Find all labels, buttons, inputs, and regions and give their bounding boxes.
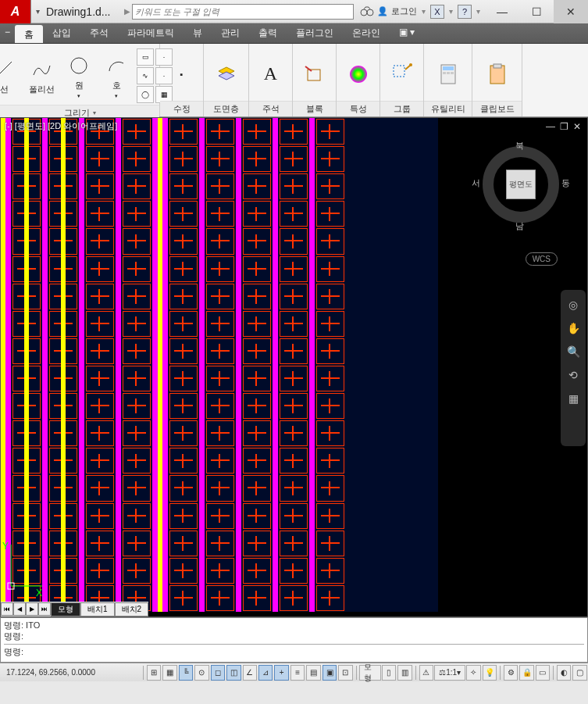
drawing-viewport[interactable]: [-] [평면도] [2D 와이어프레임] — ❐ ✕ 평면도 북 남 서 동 … (0, 117, 588, 617)
qat-dropdown-icon[interactable]: ▾ (36, 7, 40, 16)
svg-point-5 (350, 66, 367, 83)
user-icon[interactable]: 👤 (377, 6, 388, 16)
layout-next-icon[interactable]: ▶ (26, 602, 38, 616)
panel-layer: 도면층 (204, 44, 249, 116)
search-input[interactable] (132, 4, 354, 20)
quickview-drawing-icon[interactable]: ▥ (397, 665, 412, 681)
nav-pan-icon[interactable]: ✋ (565, 320, 582, 337)
annoscale-icon[interactable]: ⚠ (419, 665, 433, 681)
tab-parametric[interactable]: 파라메트릭 (118, 23, 184, 43)
tab-output[interactable]: 출력 (249, 23, 287, 43)
login-dropdown-icon[interactable]: ▾ (420, 7, 427, 16)
svg-point-0 (361, 9, 367, 16)
maximize-button[interactable]: ☐ (519, 0, 554, 23)
command-line[interactable]: 명령: ITO 명령: 명령: (0, 617, 588, 663)
polar-button[interactable]: ⊙ (194, 665, 208, 681)
modify-button[interactable]: ▪ (165, 62, 199, 87)
layer-button[interactable] (209, 62, 244, 87)
rect-icon[interactable]: ▭ (137, 48, 154, 66)
block-button[interactable] (298, 62, 332, 87)
svg-point-7 (409, 63, 412, 66)
tab-insert[interactable]: 삽입 (43, 23, 80, 43)
panel-annot: A 주석 (249, 44, 293, 116)
ucs-icon[interactable]: X Y (5, 541, 44, 595)
snap-button[interactable]: ⊞ (147, 665, 161, 681)
command-prompt[interactable]: 명령: (4, 644, 584, 657)
help-button[interactable]: ? (458, 5, 472, 19)
tab-online[interactable]: 온라인 (343, 23, 390, 43)
svg-rect-4 (308, 70, 320, 80)
annovisibility-icon[interactable]: ✧ (466, 665, 480, 681)
arc-button[interactable]: 호▾ (99, 53, 134, 99)
viewport-close-icon[interactable]: ✕ (573, 121, 581, 132)
clipboard-button[interactable] (480, 62, 515, 87)
properties-button[interactable] (341, 62, 376, 87)
coordinates-readout[interactable]: 17.1224, 69.2566, 0.0000 (0, 668, 141, 677)
nav-orbit-icon[interactable]: ⟲ (565, 366, 582, 384)
tab-plugins[interactable]: 플러그인 (287, 23, 343, 43)
layout-prev-icon[interactable]: ◀ (13, 602, 26, 616)
otrack-button[interactable]: ∠ (243, 665, 257, 681)
grid-button[interactable]: ▦ (162, 665, 176, 681)
group-button[interactable] (385, 62, 419, 87)
selection-cycling-button[interactable]: ⊡ (338, 665, 352, 681)
utility-button[interactable] (431, 62, 465, 87)
viewcube-face[interactable]: 평면도 (506, 170, 536, 199)
tab-collapse-icon[interactable]: − (0, 23, 15, 43)
tab-extra-icon[interactable]: ▣ ▾ (390, 23, 424, 43)
title-dropdown-icon[interactable]: ▶ (123, 7, 132, 16)
ortho-button[interactable]: ╚ (179, 665, 193, 681)
viewport-label[interactable]: [-] [평면도] [2D 와이어프레임] (5, 120, 117, 132)
tab-manage[interactable]: 관리 (212, 23, 249, 43)
tab-view[interactable]: 뷰 (184, 23, 212, 43)
osnap-button[interactable]: ◻ (211, 665, 225, 681)
command-history-1: 명령: ITO (4, 620, 584, 631)
layout-tab-model[interactable]: 모형 (51, 602, 80, 616)
command-history-2: 명령: (4, 631, 584, 641)
layout-first-icon[interactable]: ⏮ (1, 602, 13, 616)
quickview-layout-icon[interactable]: ▯ (382, 665, 396, 681)
wcs-badge[interactable]: WCS (526, 252, 558, 266)
toolbar-lock-icon[interactable]: 🔒 (519, 665, 533, 681)
isolateobjects-icon[interactable]: ◐ (557, 665, 571, 681)
tab-home[interactable]: 홈 (15, 25, 43, 43)
model-space-button[interactable]: 모형 (359, 665, 381, 681)
dynamic-input-button[interactable]: + (274, 665, 288, 681)
panel-util: 유틸리티 (424, 44, 472, 116)
layout-tab-layout2[interactable]: 배치2 (115, 602, 149, 616)
line-button[interactable]: 선 (0, 57, 21, 95)
nav-showmotion-icon[interactable]: ▦ (565, 390, 582, 407)
tab-annotate[interactable]: 주석 (80, 23, 118, 43)
svg-line-2 (0, 62, 12, 77)
quickprops-button[interactable]: ▣ (323, 665, 337, 681)
viewport-minimize-icon[interactable]: — (546, 121, 555, 132)
login-label[interactable]: 로그인 (391, 5, 417, 17)
binoculars-icon[interactable] (360, 5, 374, 19)
text-button[interactable]: A (254, 62, 288, 87)
workspace-icon[interactable]: ⚙ (504, 665, 518, 681)
annoautoscale-icon[interactable]: 💡 (483, 665, 497, 681)
nav-wheel-icon[interactable]: ◎ (565, 296, 582, 313)
minimize-button[interactable]: — (485, 0, 519, 23)
svg-point-3 (71, 58, 87, 73)
transparency-button[interactable]: ▤ (306, 665, 320, 681)
app-icon[interactable]: A (0, 0, 31, 23)
lineweight-button[interactable]: ≡ (290, 665, 305, 681)
quick-access-toolbar: ▾ (31, 7, 45, 16)
scale-button[interactable]: ⚖ 1:1 ▾ (434, 665, 465, 681)
cleanscreen-icon[interactable]: ▢ (572, 665, 586, 681)
ducs-button[interactable]: ⊿ (258, 665, 273, 681)
polyline-button[interactable]: 폴리선 (24, 57, 59, 95)
viewport-restore-icon[interactable]: ❐ (560, 121, 568, 132)
viewcube[interactable]: 평면도 북 남 서 동 (478, 141, 564, 227)
nav-zoom-icon[interactable]: 🔍 (565, 343, 582, 360)
layout-last-icon[interactable]: ⏭ (38, 602, 51, 616)
close-button[interactable]: ✕ (554, 0, 588, 23)
layout-tab-layout1[interactable]: 배치1 (80, 602, 115, 616)
3dosnap-button[interactable]: ◫ (226, 665, 241, 681)
ellipse-icon[interactable]: ◯ (137, 86, 154, 103)
hardware-accel-icon[interactable]: ▭ (536, 665, 550, 681)
circle-button[interactable]: 원▾ (62, 53, 96, 99)
spline-icon[interactable]: ∿ (137, 67, 154, 84)
exchange-button[interactable]: X (430, 5, 444, 19)
